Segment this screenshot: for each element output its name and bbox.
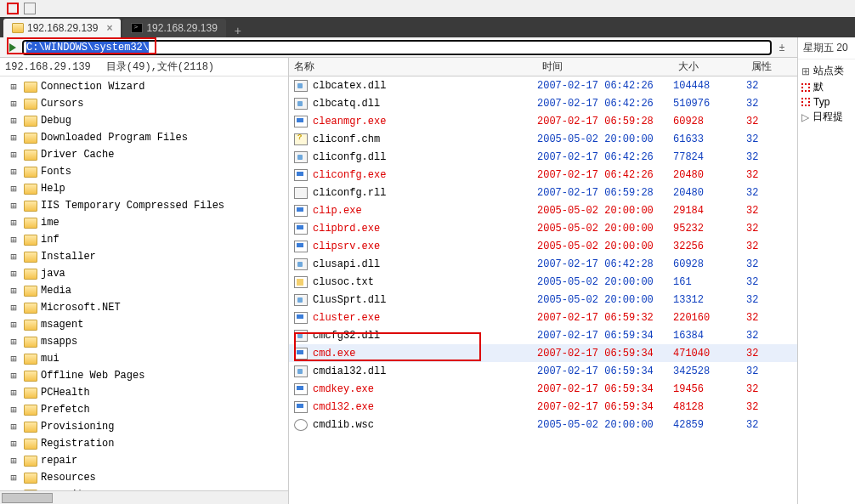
expand-icon[interactable]: ⊞ (7, 251, 20, 263)
dll-file-icon (294, 258, 308, 270)
tree-folder[interactable]: ⊞inf (7, 231, 288, 248)
file-name: cliconfg.rll (313, 187, 537, 199)
file-row[interactable]: cliconf.chm2005-05-02 20:00:006163332 (289, 130, 797, 148)
tree-folder[interactable]: ⊞PCHealth (7, 384, 288, 401)
tree-folder[interactable]: ⊞Installer (7, 248, 288, 265)
expand-icon[interactable]: ⊞ (7, 438, 20, 450)
tree-folder[interactable]: ⊞msapps (7, 333, 288, 350)
file-row[interactable]: ClusSprt.dll2005-05-02 20:00:001331232 (289, 291, 797, 309)
expand-icon[interactable]: ⊞ (7, 115, 20, 127)
file-row[interactable]: cliconfg.exe2007-02-17 06:42:262048032 (289, 166, 797, 184)
expand-icon[interactable]: ⊞ (7, 336, 20, 348)
expand-icon[interactable]: ⊞ (7, 149, 20, 161)
side-panel-item[interactable]: 站点类 (801, 63, 852, 79)
tree-folder[interactable]: ⊞Connection Wizard (7, 78, 288, 95)
folder-tree[interactable]: ⊞Connection Wizard⊞Cursors⊞Debug⊞Downloa… (0, 76, 288, 490)
plus-minus-button[interactable]: ± (772, 42, 792, 54)
tree-folder[interactable]: ⊞repair (7, 452, 288, 469)
expand-icon[interactable]: ⊞ (7, 166, 20, 178)
file-row[interactable]: clbcatq.dll2007-02-17 06:42:2651097632 (289, 94, 797, 112)
expand-icon[interactable]: ⊞ (7, 455, 20, 467)
tree-folder[interactable]: ⊞Driver Cache (7, 146, 288, 163)
expand-icon[interactable]: ⊞ (7, 319, 20, 331)
tree-folder[interactable]: ⊞Provisioning (7, 418, 288, 435)
expand-icon[interactable]: ⊞ (7, 234, 20, 246)
file-row[interactable]: cmd.exe2007-02-17 06:59:3447104032 (289, 344, 797, 362)
expand-icon[interactable]: ⊞ (7, 132, 20, 144)
file-name: cmdkey.exe (313, 383, 537, 395)
file-row[interactable]: cmcfg32.dll2007-02-17 06:59:341638432 (289, 326, 797, 344)
tree-folder[interactable]: ⊞IIS Temporary Compressed Files (7, 197, 288, 214)
play-icon (801, 111, 809, 123)
close-icon[interactable]: × (106, 22, 112, 34)
tree-folder[interactable]: ⊞java (7, 265, 288, 282)
tree-hscrollbar[interactable] (0, 490, 288, 504)
tree-folder[interactable]: ⊞Registration (7, 435, 288, 452)
side-panel-item[interactable]: 默 (801, 79, 852, 95)
file-row[interactable]: cleanmgr.exe2007-02-17 06:59:286092832 (289, 112, 797, 130)
file-row[interactable]: clusoc.txt2005-05-02 20:00:0016132 (289, 273, 797, 291)
tree-folder[interactable]: ⊞Cursors (7, 95, 288, 112)
folder-name: inf (41, 234, 59, 246)
expand-icon[interactable]: ⊞ (7, 183, 20, 195)
go-button[interactable] (3, 39, 22, 56)
new-tab-button[interactable]: + (228, 24, 248, 37)
col-attr[interactable]: 属性 (746, 59, 797, 74)
col-name[interactable]: 名称 (289, 59, 537, 74)
file-attr: 32 (746, 312, 797, 324)
file-row[interactable]: cmdial32.dll2007-02-17 06:59:3434252832 (289, 362, 797, 380)
side-panel-item[interactable]: 日程提 (801, 109, 852, 125)
file-row[interactable]: clusapi.dll2007-02-17 06:42:286092832 (289, 255, 797, 273)
tree-folder[interactable]: ⊞Fonts (7, 163, 288, 180)
dll-file-icon (294, 365, 308, 377)
expand-icon[interactable]: ⊞ (7, 421, 20, 433)
tree-folder[interactable]: ⊞Media (7, 282, 288, 299)
tree-folder[interactable]: ⊞Prefetch (7, 401, 288, 418)
expand-icon[interactable]: ⊞ (7, 404, 20, 416)
path-input[interactable] (22, 40, 772, 55)
file-row[interactable]: cmdlib.wsc2005-05-02 20:00:004285932 (289, 416, 797, 433)
tree-folder[interactable]: ⊞msagent (7, 316, 288, 333)
file-name: clbcatex.dll (313, 80, 537, 92)
file-row[interactable]: cliconfg.dll2007-02-17 06:42:267782432 (289, 148, 797, 166)
expand-icon[interactable]: ⊞ (7, 370, 20, 382)
file-row[interactable]: cluster.exe2007-02-17 06:59:3222016032 (289, 309, 797, 326)
expand-icon[interactable]: ⊞ (7, 353, 20, 365)
expand-icon[interactable]: ⊞ (7, 472, 20, 484)
file-list[interactable]: clbcatex.dll2007-02-17 06:42:2610444832c… (289, 76, 797, 504)
expand-icon[interactable]: ⊞ (7, 217, 20, 229)
col-size[interactable]: 大小 (673, 59, 746, 74)
expand-icon[interactable]: ⊞ (7, 81, 20, 93)
tree-folder[interactable]: ⊞Resources (7, 469, 288, 486)
expand-icon[interactable]: ⊞ (7, 200, 20, 212)
file-row[interactable]: cmdkey.exe2007-02-17 06:59:341945632 (289, 380, 797, 398)
tree-folder[interactable]: ⊞Debug (7, 112, 288, 129)
file-row[interactable]: clipsrv.exe2005-05-02 20:00:003225632 (289, 237, 797, 255)
scrollbar-thumb[interactable] (2, 493, 53, 503)
file-row[interactable]: clipbrd.exe2005-05-02 20:00:009523232 (289, 219, 797, 237)
tab[interactable]: 192.168.29.139 (122, 19, 225, 37)
tree-folder[interactable]: ⊞Downloaded Program Files (7, 129, 288, 146)
file-name: cmd.exe (313, 348, 537, 360)
tree-folder[interactable]: ⊞ime (7, 214, 288, 231)
file-row[interactable]: cliconfg.rll2007-02-17 06:59:282048032 (289, 184, 797, 201)
col-time[interactable]: 时间 (537, 59, 673, 74)
tree-folder[interactable]: ⊞mui (7, 350, 288, 367)
expand-icon[interactable]: ⊞ (7, 285, 20, 297)
file-row[interactable]: clbcatex.dll2007-02-17 06:42:2610444832 (289, 76, 797, 94)
file-row[interactable]: cmdl32.exe2007-02-17 06:59:344812832 (289, 398, 797, 416)
file-time: 2007-02-17 06:59:34 (537, 330, 673, 342)
tree-folder[interactable]: ⊞Help (7, 180, 288, 197)
side-panel-item[interactable]: Typ (801, 95, 852, 109)
tree-folder[interactable]: ⊞Microsoft.NET (7, 299, 288, 316)
folder-name: msapps (41, 336, 77, 348)
expand-icon[interactable]: ⊞ (7, 387, 20, 399)
tab[interactable]: 192.168.29.139× (3, 19, 121, 37)
file-row[interactable]: clip.exe2005-05-02 20:00:002918432 (289, 201, 797, 219)
expand-icon[interactable]: ⊞ (7, 302, 20, 314)
tree-folder[interactable]: ⊞Offline Web Pages (7, 367, 288, 384)
expand-icon[interactable]: ⊞ (7, 268, 20, 280)
expand-icon[interactable]: ⊞ (7, 98, 20, 110)
file-column-headers[interactable]: 名称 时间 大小 属性 (289, 58, 797, 76)
file-size: 42859 (673, 419, 746, 431)
